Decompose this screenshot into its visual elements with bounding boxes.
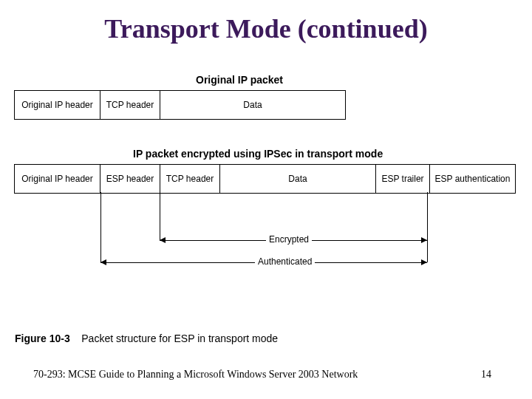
- bracket-line: [160, 192, 160, 240]
- figure-caption: Figure 10-3 Packet structure for ESP in …: [15, 332, 278, 344]
- row-ipsec-packet: Original IP headerESP headerTCP headerDa…: [15, 164, 516, 194]
- cell-ipsec-tcp-header: TCP header: [160, 164, 220, 194]
- cell-ipsec-data: Data: [219, 164, 376, 194]
- page-number: 14: [481, 369, 491, 381]
- row-original-packet: Original IP headerTCP headerData: [15, 90, 346, 120]
- arrow-right-icon: [421, 259, 427, 265]
- cell-ipsec-esp-trailer: ESP trailer: [375, 164, 430, 194]
- cell-ipsec-ip-header: Original IP header: [14, 164, 100, 194]
- arrow-left-icon: [160, 237, 166, 243]
- cell-ipsec-esp-header: ESP header: [100, 164, 160, 194]
- label-encrypted: Encrypted: [266, 234, 312, 245]
- bracket-line: [100, 192, 101, 262]
- arrow-left-icon: [100, 259, 106, 265]
- cell-orig-data: Data: [160, 90, 346, 120]
- cell-orig-tcp-header: TCP header: [100, 90, 160, 120]
- cell-ipsec-esp-auth: ESP authentication: [429, 164, 516, 194]
- slide-title: Transport Mode (continued): [0, 13, 532, 44]
- label-authenticated: Authenticated: [255, 256, 315, 267]
- caption-text: Packet structure for ESP in transport mo…: [81, 332, 278, 344]
- bracket-line: [427, 192, 428, 240]
- label-original-packet: Original IP packet: [196, 74, 283, 86]
- footer-text: 70-293: MCSE Guide to Planning a Microso…: [33, 369, 358, 381]
- bracket-line: [427, 240, 428, 262]
- cell-orig-ip-header: Original IP header: [14, 90, 100, 120]
- caption-number: Figure 10-3: [15, 332, 70, 344]
- label-ipsec-packet: IP packet encrypted using IPSec in trans…: [133, 148, 383, 160]
- slide: Transport Mode (continued) Original IP p…: [0, 0, 532, 399]
- arrow-right-icon: [421, 237, 427, 243]
